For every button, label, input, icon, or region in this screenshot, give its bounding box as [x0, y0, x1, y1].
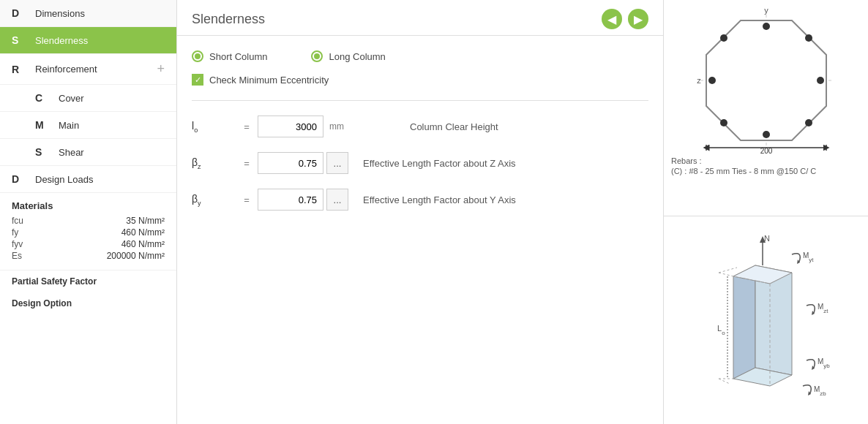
by-input[interactable] [258, 189, 323, 211]
by-input-row: βy = ... Effective Length Factor about Y… [192, 189, 648, 211]
design-option-link[interactable]: Design Option [0, 292, 176, 314]
lo-input-row: lo = mm Column Clear Height [192, 116, 648, 137]
svg-text:Lo: Lo [717, 324, 725, 336]
mat-row-fy: fy 460 N/mm² [12, 227, 165, 238]
check-eccentricity-row: ✓ Check Minimum Eccentricity [192, 74, 648, 86]
sidebar-item-dimensions[interactable]: D Dimensions [0, 0, 176, 27]
by-dots-button[interactable]: ... [326, 189, 348, 211]
sidebar-label-design-loads: Design Loads [35, 174, 165, 185]
mat-row-fcu: fcu 35 N/mm² [12, 216, 165, 226]
svg-point-7 [763, 23, 770, 30]
short-column-radio[interactable] [192, 50, 203, 62]
sidebar-item-design-loads[interactable]: D Design Loads [0, 166, 176, 193]
lo-eq: = [236, 121, 258, 132]
svg-text:Mzt: Mzt [818, 303, 828, 314]
sidebar-item-slenderness[interactable]: S Slenderness [0, 27, 176, 54]
long-column-radio[interactable] [311, 50, 323, 62]
svg-point-8 [805, 34, 812, 42]
svg-text:Myb: Myb [818, 357, 830, 369]
sidebar-label-slenderness: Slenderness [35, 35, 165, 46]
sidebar-item-main[interactable]: M Main [0, 112, 176, 139]
svg-line-42 [719, 379, 730, 384]
materials-section: Materials fcu 35 N/mm² fy 460 N/mm² fyv … [0, 193, 176, 270]
sidebar-item-reinforcement[interactable]: R Reinforcement + [0, 54, 176, 85]
bz-symbol: βz [192, 156, 236, 170]
nav-prev-button[interactable]: ◀ [602, 9, 622, 29]
svg-text:Mzb: Mzb [814, 385, 826, 397]
sidebar-item-shear[interactable]: S Shear [0, 139, 176, 166]
sidebar-label-main: Main [59, 120, 165, 131]
sidebar-label-dimensions: Dimensions [35, 8, 165, 19]
svg-text:z: z [697, 76, 701, 85]
long-column-option[interactable]: Long Column [311, 50, 385, 62]
content-header: Slenderness ◀ ▶ [177, 0, 663, 36]
svg-text:Myt: Myt [803, 251, 814, 263]
svg-text:N: N [764, 234, 770, 243]
nav-next-button[interactable]: ▶ [628, 9, 648, 29]
content-body: Short Column Long Column ✓ Check Minimum… [177, 36, 663, 240]
column-type-row: Short Column Long Column [192, 50, 648, 62]
mat-value: 200000 N/mm² [107, 251, 165, 261]
rebar-desc: (C) : #8 - 25 mm Ties - 8 mm @150 C/ C [671, 167, 861, 175]
sidebar: D Dimensions S Slenderness R Reinforceme… [0, 0, 177, 424]
bz-eq: = [236, 158, 258, 169]
sidebar-letter-main: M [35, 119, 51, 131]
svg-line-40 [719, 268, 737, 273]
mat-label: fcu [12, 216, 23, 226]
sidebar-letter-reinforcement: R [12, 64, 28, 75]
divider [192, 100, 648, 101]
mat-label: fy [12, 227, 18, 238]
mat-label: fyv [12, 239, 23, 249]
svg-point-13 [708, 77, 716, 84]
eccentricity-checkbox[interactable]: ✓ [192, 74, 203, 86]
lo-unit: mm [329, 121, 366, 132]
right-panel: y z 200 [663, 0, 868, 424]
bz-dots-button[interactable]: ... [326, 152, 348, 174]
sidebar-letter-cover: C [35, 92, 51, 104]
rebar-info: Rebars : (C) : #8 - 25 mm Ties - 8 mm @1… [671, 156, 861, 177]
eccentricity-label: Check Minimum Eccentricity [209, 75, 329, 86]
long-column-label: Long Column [329, 51, 385, 62]
svg-point-12 [720, 119, 727, 126]
short-column-label: Short Column [209, 51, 267, 62]
lo-input[interactable] [258, 116, 323, 137]
short-column-option[interactable]: Short Column [192, 50, 267, 62]
mat-row-fyv: fyv 460 N/mm² [12, 239, 165, 249]
svg-point-11 [763, 131, 770, 138]
column-3d-diagram: N Myt Mzt Lo Myb Mzb [664, 216, 868, 425]
content-title: Slenderness [192, 12, 265, 27]
svg-line-39 [719, 273, 733, 276]
sidebar-plus-reinforcement[interactable]: + [157, 61, 165, 77]
by-eq: = [236, 194, 258, 205]
octagon-svg: y z 200 [693, 7, 839, 154]
sidebar-letter-shear: S [35, 146, 51, 158]
bz-input-row: βz = ... Effective Length Factor about Z… [192, 152, 648, 174]
sidebar-letter-slenderness: S [12, 34, 28, 46]
nav-buttons: ◀ ▶ [602, 9, 648, 29]
by-desc: Effective Length Factor about Y Axis [363, 194, 648, 205]
column-3d-svg: N Myt Mzt Lo Myb Mzb [675, 232, 858, 408]
by-symbol: βy [192, 193, 236, 207]
mat-value: 35 N/mm² [126, 216, 165, 226]
svg-marker-19 [733, 265, 755, 379]
mat-value: 460 N/mm² [121, 227, 165, 238]
svg-point-10 [805, 119, 812, 126]
cross-section-diagram: y z 200 [664, 0, 868, 216]
svg-point-14 [720, 34, 727, 42]
lo-desc: Column Clear Height [410, 121, 648, 132]
svg-text:y: y [764, 7, 768, 15]
rebar-label: Rebars : [671, 156, 861, 165]
sidebar-label-cover: Cover [59, 93, 165, 104]
sidebar-label-reinforcement: Reinforcement [35, 64, 157, 75]
bz-input[interactable] [258, 152, 323, 174]
sidebar-letter-design-loads: D [12, 173, 28, 185]
bz-desc: Effective Length Factor about Z Axis [363, 158, 648, 169]
mat-row-Es: Es 200000 N/mm² [12, 251, 165, 261]
mat-label: Es [12, 251, 22, 261]
main-content: Slenderness ◀ ▶ Short Column Long Column… [177, 0, 663, 424]
sidebar-item-cover[interactable]: C Cover [0, 85, 176, 112]
svg-point-9 [817, 77, 824, 84]
sidebar-label-shear: Shear [59, 147, 165, 158]
partial-safety-factor-link[interactable]: Partial Safety Factor [0, 270, 176, 292]
lo-symbol: lo [192, 120, 236, 134]
